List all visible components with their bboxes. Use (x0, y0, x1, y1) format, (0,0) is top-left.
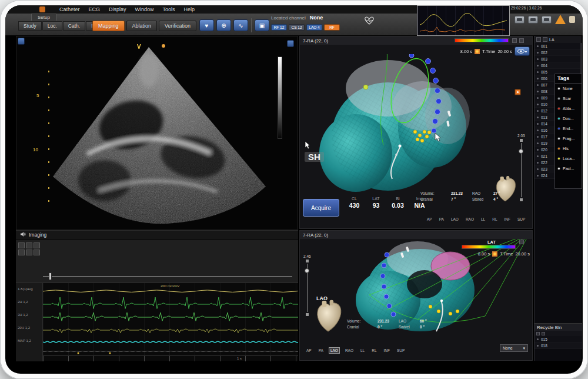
tag-item[interactable]: His (555, 144, 582, 154)
menu-item[interactable]: Catheter (59, 6, 80, 12)
setup-tab[interactable]: Setup (31, 14, 56, 21)
tag-item[interactable]: None (555, 84, 582, 94)
mode-button[interactable]: Ablation (126, 21, 158, 31)
slider-knob[interactable] (305, 268, 309, 273)
cine-icon[interactable] (18, 242, 25, 248)
mode-button[interactable]: Verification (159, 21, 196, 31)
menu-item[interactable]: Window (135, 6, 154, 12)
slider-knob[interactable] (519, 149, 523, 154)
panel-icon[interactable] (519, 38, 524, 43)
eye-icon[interactable] (536, 332, 540, 335)
panel-menu-icon[interactable] (18, 38, 25, 45)
point-row[interactable]: 003 (534, 56, 580, 62)
orientation-button[interactable]: RL (370, 347, 378, 354)
orientation-button[interactable]: PA (317, 347, 325, 354)
cine-icon[interactable] (34, 242, 40, 248)
menu-item[interactable]: Display (109, 6, 126, 12)
stage-tab[interactable]: Study (18, 21, 42, 31)
point-icon (537, 175, 539, 177)
cine-icon[interactable] (26, 250, 32, 255)
tag-color-dot (557, 157, 560, 160)
orientation-button[interactable]: RL (490, 216, 499, 222)
tags-title: Tags (555, 74, 582, 84)
point-icon (537, 78, 539, 79)
tag-item[interactable]: Scar (555, 94, 582, 104)
ecg-channel-label[interactable]: 20H 1,2 (16, 325, 42, 338)
point-row[interactable]: 004 (534, 62, 580, 69)
channel-chip[interactable]: CS 12 (289, 24, 305, 31)
channel-chip[interactable]: RF (324, 24, 340, 31)
orientation-button[interactable]: LAO (329, 347, 340, 354)
orientation-button[interactable]: LL (479, 216, 487, 222)
menu-item[interactable]: Tools (163, 6, 175, 12)
menu-item[interactable]: ECG (89, 6, 101, 12)
tag-item[interactable]: Dou... (555, 114, 582, 124)
point-row[interactable]: 002 (534, 49, 580, 56)
zoom-slider-bottom[interactable]: 2.46 (303, 254, 311, 316)
sort-icon[interactable] (543, 37, 547, 42)
cine-slider-handle[interactable] (49, 272, 52, 280)
sh-overlay: SH (305, 141, 324, 162)
ecg-strip-traces (417, 6, 509, 35)
map-select-dropdown[interactable]: None ▾ (500, 344, 528, 352)
channel-chip[interactable]: LAO 4 (306, 24, 322, 31)
orientation-button[interactable]: SUP (395, 347, 406, 354)
point-icon (537, 142, 539, 144)
menu-item[interactable]: Help (184, 6, 195, 12)
point-icon (537, 136, 539, 138)
cine-icon[interactable] (26, 242, 32, 248)
lat-color-scale (455, 38, 509, 42)
panel-icon[interactable] (512, 38, 517, 43)
tag-item[interactable]: Paci... (555, 164, 582, 174)
eye-icon[interactable] (536, 37, 541, 42)
stage-tab[interactable]: Loc. (42, 21, 62, 31)
tags-list: None Scar Abla... Dou... End... (555, 84, 582, 174)
recycled-point-row[interactable]: 018 (534, 343, 582, 349)
time-end: 20.00 s (497, 49, 512, 54)
orientation-button[interactable]: INF (503, 216, 512, 222)
heart-orientation-icon[interactable] (313, 299, 343, 333)
target-icon[interactable]: ⊕ (216, 19, 231, 31)
view-options-button[interactable]: ▾ (514, 46, 530, 56)
waveform-icon[interactable]: ∿ (233, 19, 248, 31)
panel-settings-icon[interactable] (287, 40, 294, 47)
point-row[interactable]: 001 (534, 43, 580, 49)
orientation-button[interactable]: RAO (464, 216, 476, 222)
orientation-button[interactable]: RAO (343, 347, 355, 354)
orientation-button[interactable]: INF (382, 347, 392, 354)
map-bottom-header: 7-RA (22, 0) (300, 231, 532, 239)
ecg-channel-label[interactable]: 2H 1,2 (16, 300, 42, 312)
menu-icon[interactable] (542, 332, 545, 335)
orientation-button[interactable]: AP (425, 216, 434, 222)
acquire-button[interactable]: Acquire (303, 199, 339, 217)
stage-tab[interactable]: Cath. (63, 21, 85, 31)
cine-icon[interactable] (18, 250, 25, 255)
heart-icon[interactable]: ♥ (199, 19, 214, 31)
cine-slider-track[interactable] (43, 276, 292, 277)
ecg-channel-label[interactable]: MAP 1,2 (16, 338, 42, 351)
mode-button[interactable]: Mapping (92, 21, 125, 31)
point-icon (537, 91, 539, 92)
tag-color-dot (557, 137, 560, 140)
orientation-button[interactable]: LL (359, 347, 366, 354)
tag-item[interactable]: Frag... (555, 134, 582, 144)
tag-color-dot (557, 97, 560, 100)
orientation-button[interactable]: AP (305, 347, 313, 354)
cine-icon[interactable] (34, 250, 40, 255)
tag-item[interactable]: Abla... (555, 104, 582, 114)
orientation-button[interactable]: PA (437, 216, 446, 222)
tag-color-dot (557, 147, 560, 150)
toolbar-icon-buttons: ♥ ⊕ ∿ (199, 19, 248, 31)
orientation-button[interactable]: SUP (516, 216, 527, 222)
tag-item[interactable]: Loca... (555, 154, 582, 164)
recycled-point-row[interactable]: 015 (534, 336, 582, 343)
point-icon (537, 149, 539, 151)
orientation-button[interactable]: LAO (449, 216, 460, 222)
screen-icon[interactable]: ▣ (255, 19, 269, 31)
ecg-channel-label[interactable]: 3H 1,2 (16, 312, 42, 325)
zoom-slider-top[interactable]: 2.03 (517, 134, 525, 201)
channel-chip[interactable]: RF 12 (271, 24, 287, 31)
panel-icon[interactable] (519, 240, 524, 244)
tag-item[interactable]: End... (555, 124, 582, 134)
ecg-channel-label[interactable]: 1-5(1)avg (16, 287, 42, 300)
